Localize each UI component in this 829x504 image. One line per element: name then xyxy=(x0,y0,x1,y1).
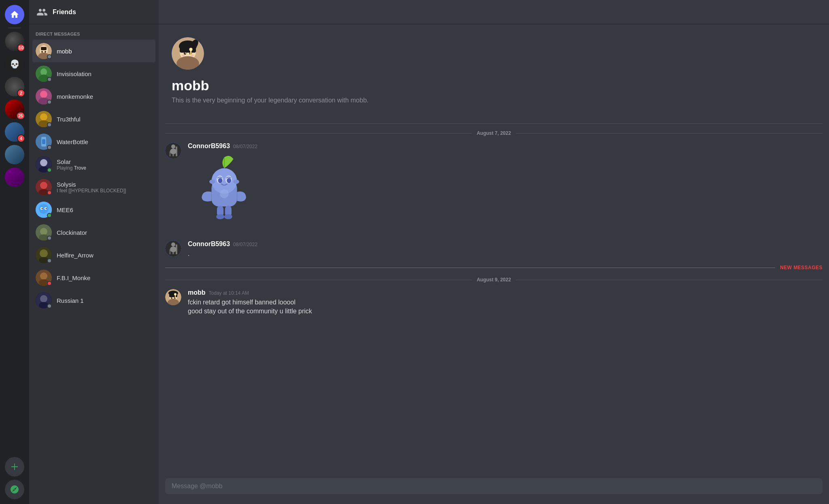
svg-point-55 xyxy=(189,48,193,51)
svg-point-60 xyxy=(171,145,175,149)
svg-point-34 xyxy=(40,249,48,257)
dm-info-mobb: mobb xyxy=(57,48,152,55)
msg-content-3: mobb Today at 10:14 AM fckin retard got … xyxy=(188,289,823,316)
dm-item-tru3thful[interactable]: Tru3thful xyxy=(32,108,155,130)
svg-point-85 xyxy=(168,291,178,296)
dm-item-fbi-monke[interactable]: F.B.I_Monke xyxy=(32,266,155,289)
dm-avatar-wrap-monkemonke xyxy=(36,88,52,104)
dm-info-russian1: Russian 1 xyxy=(57,297,152,304)
dm-section-label: DIRECT MESSAGES xyxy=(29,24,159,38)
msg-timestamp-2: 08/07/2022 xyxy=(233,242,257,247)
dm-info-tru3thful: Tru3thful xyxy=(57,116,152,123)
msg-text-2: . xyxy=(188,249,823,258)
dm-name-mobb: mobb xyxy=(57,48,152,55)
dm-avatar-wrap-tru3thful xyxy=(36,111,52,127)
dm-item-russian1[interactable]: Russian 1 xyxy=(32,289,155,312)
svg-point-5 xyxy=(45,51,46,53)
server-divider xyxy=(8,28,21,28)
dm-item-clockinator[interactable]: Clockinator xyxy=(32,221,155,244)
dm-avatar-wrap-fbi-monke xyxy=(36,270,52,286)
badge-4: 4 xyxy=(17,134,25,142)
svg-point-22 xyxy=(40,182,47,189)
chat-header xyxy=(159,0,829,24)
dm-name-fbi-monke: F.B.I_Monke xyxy=(57,274,152,281)
dm-sub-solysis: I feel [[HYPERLINK BLOCKED]] xyxy=(57,188,152,194)
profile-intro-text: This is the very beginning of your legen… xyxy=(172,97,816,104)
friends-icon xyxy=(36,6,49,19)
dm-item-invisisolation[interactable]: Invisisolation xyxy=(32,62,155,85)
dm-item-helfire-arrow[interactable]: Helfire_Arrow xyxy=(32,244,155,266)
explore-servers-button[interactable] xyxy=(5,480,24,499)
dm-item-solar[interactable]: Solar Playing Trove xyxy=(32,153,155,176)
dm-list: mobb Invisisolation xyxy=(29,38,159,504)
dm-status-tru3thful xyxy=(47,122,52,127)
msg-header-2: ConnorB5963 08/07/2022 xyxy=(188,240,823,248)
msg-timestamp-1: 08/07/2022 xyxy=(233,144,257,149)
dm-name-mee6: MEE6 xyxy=(57,206,152,213)
dm-info-fbi-monke: F.B.I_Monke xyxy=(57,274,152,281)
svg-point-86 xyxy=(171,297,172,299)
svg-point-48 xyxy=(184,52,186,55)
chat-messages: mobb This is the very beginning of your … xyxy=(159,24,829,478)
dm-item-waterbottle[interactable]: WaterBottle xyxy=(32,130,155,153)
new-messages-line xyxy=(165,268,775,268)
svg-rect-3 xyxy=(41,47,47,50)
chat-input-area: Message @mobb xyxy=(159,478,829,504)
date-line-left xyxy=(165,133,472,134)
dm-name-solysis: Solysis xyxy=(57,181,152,188)
sticker-blue-character xyxy=(188,151,261,232)
svg-point-91 xyxy=(174,293,176,296)
dm-status-solysis xyxy=(47,190,52,195)
dm-item-mobb[interactable]: mobb xyxy=(32,40,155,62)
dm-info-solysis: Solysis I feel [[HYPERLINK BLOCKED]] xyxy=(57,181,152,194)
dm-item-monkemonke[interactable]: monkemonke xyxy=(32,85,155,108)
dm-info-solar: Solar Playing Trove xyxy=(57,158,152,171)
date-line-right xyxy=(516,133,823,134)
friends-label: Friends xyxy=(53,9,76,16)
friends-nav-item[interactable]: Friends xyxy=(29,0,159,24)
svg-point-10 xyxy=(40,91,47,98)
date-separator-aug9: August 9, 2022 xyxy=(165,277,823,283)
dm-status-russian1 xyxy=(47,304,52,308)
dm-status-waterbottle xyxy=(47,145,52,150)
server-icon-4[interactable]: 25 xyxy=(5,100,24,119)
server-icon-3[interactable]: 2 xyxy=(5,77,24,96)
dm-info-monkemonke: monkemonke xyxy=(57,93,152,100)
dm-status-helfire-arrow xyxy=(47,258,52,263)
chat-input-box[interactable]: Message @mobb xyxy=(165,478,823,494)
server-icon-1[interactable]: 10 xyxy=(5,32,24,51)
dm-name-monkemonke: monkemonke xyxy=(57,93,152,100)
svg-point-19 xyxy=(40,159,47,166)
svg-point-52 xyxy=(182,55,185,56)
svg-point-72 xyxy=(216,214,224,219)
server-icon-6[interactable] xyxy=(5,145,24,164)
profile-username: mobb xyxy=(172,78,816,94)
server-icon-5[interactable]: 4 xyxy=(5,122,24,142)
dm-info-waterbottle: WaterBottle xyxy=(57,138,152,145)
add-server-button[interactable] xyxy=(5,457,24,476)
svg-rect-17 xyxy=(42,139,45,144)
msg-header-1: ConnorB5963 08/07/2022 xyxy=(188,142,823,150)
dm-status-solar xyxy=(47,168,52,172)
profile-avatar-large xyxy=(172,37,204,70)
dm-item-solysis[interactable]: Solysis I feel [[HYPERLINK BLOCKED]] xyxy=(32,176,155,198)
svg-point-79 xyxy=(171,242,175,247)
dm-avatar-wrap-solar xyxy=(36,156,52,172)
dm-status-invisisolation xyxy=(47,77,52,82)
date-text-aug7: August 7, 2022 xyxy=(477,130,511,136)
server-icon-home[interactable] xyxy=(5,5,24,24)
dm-item-mee6[interactable]: MEE6 xyxy=(32,198,155,221)
dm-name-invisisolation: Invisisolation xyxy=(57,70,152,77)
svg-point-50 xyxy=(185,53,186,53)
dm-status-mobb xyxy=(47,54,52,59)
svg-point-69 xyxy=(234,179,239,184)
server-icon-7[interactable] xyxy=(5,168,24,187)
svg-point-88 xyxy=(172,298,172,298)
date-line-right-aug9 xyxy=(516,280,823,280)
server-icon-2[interactable]: 💀 xyxy=(5,54,24,74)
message-group-1: ConnorB5963 08/07/2022 xyxy=(165,142,823,234)
dm-sub-solar: Playing Trove xyxy=(57,165,152,171)
new-messages-label: NEW MESSAGES xyxy=(780,265,823,270)
dm-status-clockinator xyxy=(47,236,52,240)
dm-name-clockinator: Clockinator xyxy=(57,229,152,236)
